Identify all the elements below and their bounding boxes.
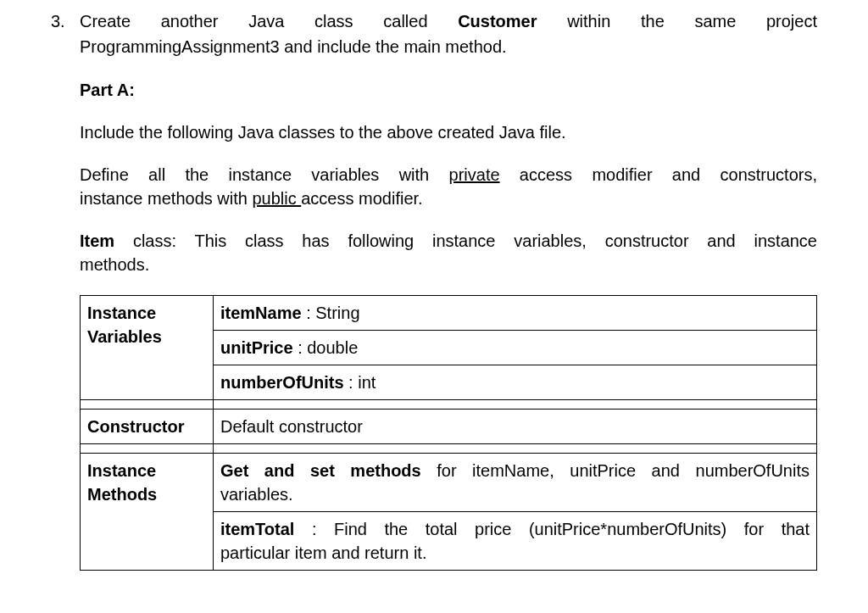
getset-line2: variables. bbox=[220, 482, 810, 506]
constructor-label: Constructor bbox=[81, 410, 214, 444]
define-mid-part2: instance methods with bbox=[80, 189, 252, 208]
constructor-cell: Default constructor bbox=[214, 410, 817, 444]
document-page: 3. Create another Java class called Cust… bbox=[0, 0, 868, 588]
q-word: Java bbox=[248, 12, 284, 31]
unitprice-cell: unitPrice : double bbox=[214, 331, 817, 365]
table-spacer-row bbox=[81, 444, 817, 454]
getset-rest: for itemName, unitPrice and numberOfUnit… bbox=[421, 461, 810, 480]
getset-cell: Get and set methods for itemName, unitPr… bbox=[214, 454, 817, 512]
table-row: InstanceMethods Get and set methods for … bbox=[81, 454, 817, 512]
question-text: Create another Java class called Custome… bbox=[80, 8, 817, 34]
question-line2: ProgrammingAssignment3 and include the m… bbox=[80, 34, 817, 59]
numberofunits-type: : int bbox=[344, 373, 376, 392]
part-a-intro: Include the following Java classes to th… bbox=[80, 120, 817, 144]
instance-vars-label: InstanceVariables bbox=[81, 296, 214, 400]
define-mid-part1: access modifier and constructors, bbox=[500, 165, 817, 184]
table-spacer-row bbox=[81, 400, 817, 410]
unitprice-type: : double bbox=[293, 338, 359, 357]
public-keyword: public bbox=[252, 189, 301, 208]
itemtotal-cell: itemTotal : Find the total price (unitPr… bbox=[214, 512, 817, 571]
q-word: within bbox=[567, 12, 610, 31]
q-word: class bbox=[314, 12, 353, 31]
part-a-heading: Part A: bbox=[80, 78, 817, 102]
q-word: same bbox=[694, 12, 736, 31]
q-word: the bbox=[641, 12, 665, 31]
define-prefix: Define all the instance variables with bbox=[80, 165, 449, 184]
q-word: called bbox=[383, 12, 427, 31]
instance-methods-label: InstanceMethods bbox=[81, 454, 214, 571]
q-word: another bbox=[161, 12, 219, 31]
itemtotal-line2: particular item and return it. bbox=[220, 541, 810, 565]
item-bold: Item bbox=[80, 231, 114, 250]
numberofunits-cell: numberOfUnits : int bbox=[214, 365, 817, 400]
itemname-cell: itemName : String bbox=[214, 296, 817, 331]
table-row: Constructor Default constructor bbox=[81, 410, 817, 444]
define-suffix: access modifier. bbox=[301, 189, 422, 208]
itemname-type: : String bbox=[302, 304, 360, 322]
itemtotal-bold: itemTotal bbox=[220, 520, 294, 538]
getset-bold: Get and set methods bbox=[220, 461, 421, 480]
q-word: Create bbox=[80, 12, 131, 31]
q-word-customer: Customer bbox=[458, 12, 537, 31]
q-word: project bbox=[766, 12, 817, 31]
question-header: 3. Create another Java class called Cust… bbox=[51, 8, 817, 34]
question-number: 3. bbox=[51, 8, 80, 34]
define-paragraph: Define all the instance variables with p… bbox=[80, 163, 817, 210]
itemtotal-rest: : Find the total price (unitPrice*number… bbox=[294, 520, 810, 538]
unitprice-bold: unitPrice bbox=[220, 338, 293, 357]
item-class-paragraph: Item class: This class has following ins… bbox=[80, 229, 817, 276]
item-text-part1: class: This class has following instance… bbox=[114, 231, 817, 250]
item-text-part2: methods. bbox=[80, 253, 817, 276]
class-spec-table: InstanceVariables itemName : String unit… bbox=[80, 295, 817, 571]
private-keyword: private bbox=[449, 165, 500, 184]
itemname-bold: itemName bbox=[220, 304, 302, 322]
numberofunits-bold: numberOfUnits bbox=[220, 373, 344, 392]
table-row: InstanceVariables itemName : String bbox=[81, 296, 817, 331]
